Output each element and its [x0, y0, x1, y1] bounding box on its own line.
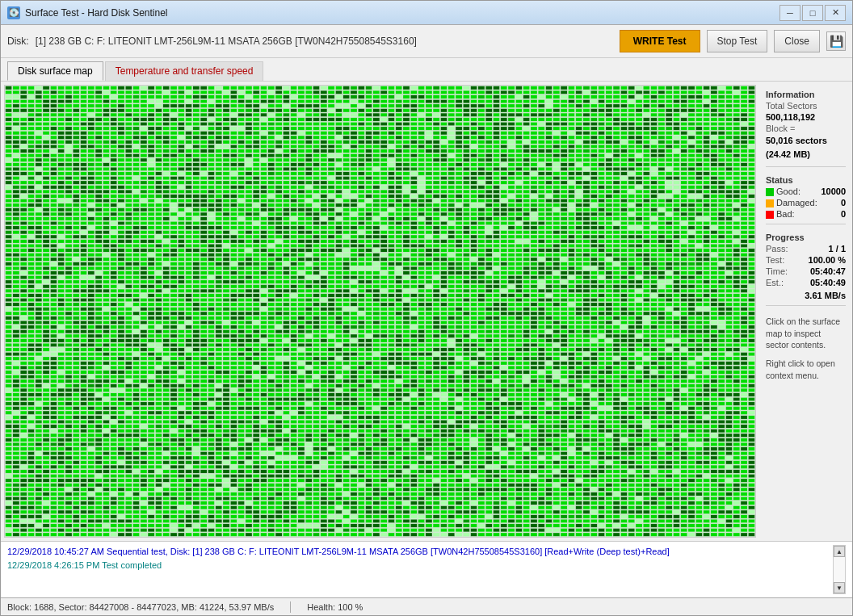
bad-dot: [766, 211, 774, 219]
damaged-status-row: Damaged: 0: [766, 198, 846, 207]
pass-value: 1 / 1: [829, 244, 846, 254]
toolbar: Disk: [1] 238 GB C: F: LITEONIT LMT-256L…: [1, 25, 852, 58]
log-line-2: 12/29/2018 4:26:15 PM Test completed: [7, 559, 830, 572]
tab-bar: Disk surface map Temperature and transfe…: [1, 58, 852, 82]
est-value: 05:40:49: [810, 278, 846, 287]
surface-map-area[interactable]: [4, 85, 756, 538]
block-label: Block =: [766, 124, 846, 133]
test-label: Test:: [766, 255, 784, 265]
surface-canvas[interactable]: [5, 86, 755, 537]
block-size: (24.42 MB): [766, 149, 846, 161]
block-status: Block: 1688, Sector: 84427008 - 84477023…: [7, 602, 274, 612]
main-content: Information Total Sectors 500,118,192 Bl…: [1, 82, 852, 541]
main-window: 💽 Surface Test - Hard Disk Sentinel ─ □ …: [0, 0, 853, 616]
status-section-title: Status: [766, 175, 846, 185]
window-title: Surface Test - Hard Disk Sentinel: [25, 7, 779, 19]
bad-status-row: Bad: 0: [766, 209, 846, 219]
status-separator: [290, 601, 291, 613]
bad-label: Bad:: [776, 209, 795, 219]
damaged-dot: [766, 199, 774, 207]
est-row: Est.: 05:40:49: [766, 278, 846, 287]
damaged-label: Damaged:: [776, 198, 817, 207]
write-test-button[interactable]: WRITE Test: [620, 30, 700, 52]
time-label: Time:: [766, 266, 788, 276]
tab-temperature-transfer[interactable]: Temperature and transfer speed: [105, 61, 264, 81]
close-button[interactable]: Close: [774, 30, 820, 52]
test-value: 100.00 %: [809, 255, 846, 265]
block-sectors: 50,016 sectors: [766, 135, 846, 147]
good-label: Good:: [776, 186, 800, 196]
log-area: 12/29/2018 10:45:27 AM Sequential test, …: [1, 541, 852, 597]
bad-value: 0: [841, 209, 846, 219]
scroll-down-button[interactable]: ▼: [834, 582, 845, 593]
speed-value: 3.61 MB/s: [766, 291, 846, 300]
log-content: 12/29/2018 10:45:27 AM Sequential test, …: [7, 545, 830, 594]
damaged-value: 0: [841, 198, 846, 207]
est-label: Est.:: [766, 278, 784, 287]
pass-label: Pass:: [766, 244, 788, 254]
good-status-row: Good: 10000: [766, 186, 846, 196]
title-bar: 💽 Surface Test - Hard Disk Sentinel ─ □ …: [1, 1, 852, 25]
health-status: Health: 100 %: [307, 602, 363, 612]
status-bar: Block: 1688, Sector: 84427008 - 84477023…: [1, 597, 852, 615]
log-line-1: 12/29/2018 10:45:27 AM Sequential test, …: [7, 545, 830, 559]
save-button[interactable]: 💾: [826, 31, 846, 51]
hint-context: Right click to open context menu.: [766, 358, 846, 381]
tab-disk-surface-map[interactable]: Disk surface map: [7, 61, 103, 81]
pass-row: Pass: 1 / 1: [766, 244, 846, 254]
disk-info: [1] 238 GB C: F: LITEONIT LMT-256L9M-11 …: [36, 36, 417, 47]
scroll-track: [834, 557, 845, 582]
time-row: Time: 05:40:47: [766, 266, 846, 276]
total-sectors-value: 500,118,192: [766, 112, 846, 122]
good-dot: [766, 188, 774, 196]
info-section-title: Information: [766, 90, 846, 99]
hint-inspect: Click on the surface map to inspect sect…: [766, 316, 846, 351]
app-icon: 💽: [7, 6, 20, 19]
disk-label: Disk:: [7, 36, 29, 47]
progress-section-title: Progress: [766, 233, 846, 242]
log-scrollbar[interactable]: ▲ ▼: [833, 545, 846, 594]
maximize-button[interactable]: □: [802, 5, 823, 21]
scroll-up-button[interactable]: ▲: [834, 546, 845, 557]
time-value: 05:40:47: [810, 266, 846, 276]
stop-test-button[interactable]: Stop Test: [707, 30, 768, 52]
good-value: 10000: [821, 186, 846, 196]
close-window-button[interactable]: ✕: [825, 5, 846, 21]
total-sectors-label: Total Sectors: [766, 101, 846, 111]
minimize-button[interactable]: ─: [779, 5, 800, 21]
test-row: Test: 100.00 %: [766, 255, 846, 265]
window-controls: ─ □ ✕: [779, 5, 846, 21]
info-panel: Information Total Sectors 500,118,192 Bl…: [759, 82, 852, 541]
